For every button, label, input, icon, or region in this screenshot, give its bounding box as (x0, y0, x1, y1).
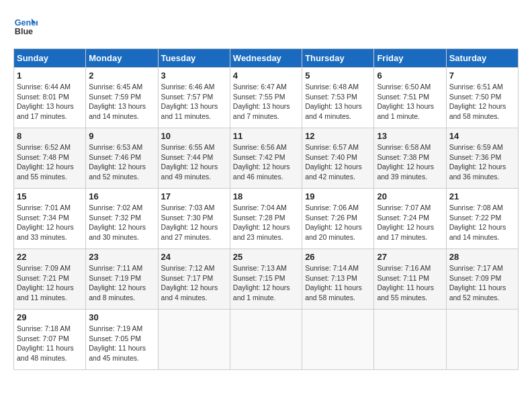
day-cell: 7Sunrise: 6:51 AMSunset: 7:50 PMDaylight… (446, 68, 518, 128)
day-header-tuesday: Tuesday (158, 49, 230, 68)
week-row-5: 29Sunrise: 7:18 AMSunset: 7:07 PMDayligh… (14, 310, 519, 370)
day-header-wednesday: Wednesday (230, 49, 302, 68)
day-cell: 12Sunrise: 6:57 AMSunset: 7:40 PMDayligh… (302, 128, 374, 189)
day-cell: 3Sunrise: 6:46 AMSunset: 7:57 PMDaylight… (158, 68, 230, 128)
week-row-1: 1Sunrise: 6:44 AMSunset: 8:01 PMDaylight… (14, 68, 519, 128)
day-cell: 30Sunrise: 7:19 AMSunset: 7:05 PMDayligh… (86, 310, 158, 370)
day-cell: 8Sunrise: 6:52 AMSunset: 7:48 PMDaylight… (14, 128, 86, 189)
day-number: 3 (161, 71, 227, 81)
day-info: Sunrise: 7:18 AMSunset: 7:07 PMDaylight:… (17, 324, 83, 363)
day-header-sunday: Sunday (14, 49, 86, 68)
page-header: General Blue (13, 13, 519, 38)
day-cell (158, 310, 230, 370)
day-info: Sunrise: 6:59 AMSunset: 7:36 PMDaylight:… (449, 142, 515, 182)
day-number: 18 (233, 191, 299, 201)
day-info: Sunrise: 6:52 AMSunset: 7:48 PMDaylight:… (17, 142, 83, 182)
day-number: 7 (449, 71, 515, 81)
day-info: Sunrise: 7:19 AMSunset: 7:05 PMDaylight:… (89, 324, 154, 363)
day-number: 30 (89, 312, 154, 322)
day-cell: 20Sunrise: 7:07 AMSunset: 7:24 PMDayligh… (374, 189, 446, 249)
day-info: Sunrise: 6:58 AMSunset: 7:38 PMDaylight:… (377, 142, 443, 182)
day-cell (446, 310, 518, 370)
day-info: Sunrise: 6:44 AMSunset: 8:01 PMDaylight:… (17, 82, 83, 122)
day-cell: 5Sunrise: 6:48 AMSunset: 7:53 PMDaylight… (302, 68, 374, 128)
day-number: 8 (17, 131, 83, 141)
day-info: Sunrise: 7:14 AMSunset: 7:13 PMDaylight:… (305, 263, 371, 303)
day-info: Sunrise: 7:12 AMSunset: 7:17 PMDaylight:… (161, 263, 227, 303)
day-number: 23 (89, 252, 154, 262)
day-cell: 9Sunrise: 6:53 AMSunset: 7:46 PMDaylight… (86, 128, 158, 189)
day-info: Sunrise: 7:01 AMSunset: 7:34 PMDaylight:… (17, 203, 83, 242)
day-info: Sunrise: 7:02 AMSunset: 7:32 PMDaylight:… (89, 203, 154, 242)
day-cell: 2Sunrise: 6:45 AMSunset: 7:59 PMDaylight… (86, 68, 158, 128)
day-number: 26 (305, 252, 371, 262)
day-number: 17 (161, 191, 227, 201)
day-info: Sunrise: 6:57 AMSunset: 7:40 PMDaylight:… (305, 142, 371, 182)
day-number: 25 (233, 252, 299, 262)
day-number: 22 (17, 252, 83, 262)
week-row-2: 8Sunrise: 6:52 AMSunset: 7:48 PMDaylight… (14, 128, 519, 189)
header-row: SundayMondayTuesdayWednesdayThursdayFrid… (14, 49, 519, 68)
day-cell: 25Sunrise: 7:13 AMSunset: 7:15 PMDayligh… (230, 249, 302, 310)
day-cell: 15Sunrise: 7:01 AMSunset: 7:34 PMDayligh… (14, 189, 86, 249)
day-cell (230, 310, 302, 370)
day-cell: 14Sunrise: 6:59 AMSunset: 7:36 PMDayligh… (446, 128, 518, 189)
day-info: Sunrise: 7:03 AMSunset: 7:30 PMDaylight:… (161, 203, 227, 242)
day-info: Sunrise: 6:47 AMSunset: 7:55 PMDaylight:… (233, 82, 299, 122)
day-header-friday: Friday (374, 49, 446, 68)
day-info: Sunrise: 7:09 AMSunset: 7:21 PMDaylight:… (17, 263, 83, 303)
logo: General Blue (13, 13, 42, 38)
day-info: Sunrise: 7:17 AMSunset: 7:09 PMDaylight:… (449, 263, 515, 303)
day-number: 28 (449, 252, 515, 262)
day-info: Sunrise: 6:55 AMSunset: 7:44 PMDaylight:… (161, 142, 227, 182)
day-number: 14 (449, 131, 515, 141)
day-number: 5 (305, 71, 371, 81)
day-cell: 13Sunrise: 6:58 AMSunset: 7:38 PMDayligh… (374, 128, 446, 189)
day-cell: 11Sunrise: 6:56 AMSunset: 7:42 PMDayligh… (230, 128, 302, 189)
day-cell: 16Sunrise: 7:02 AMSunset: 7:32 PMDayligh… (86, 189, 158, 249)
day-cell: 29Sunrise: 7:18 AMSunset: 7:07 PMDayligh… (14, 310, 86, 370)
day-cell: 18Sunrise: 7:04 AMSunset: 7:28 PMDayligh… (230, 189, 302, 249)
day-header-saturday: Saturday (446, 49, 518, 68)
day-cell: 17Sunrise: 7:03 AMSunset: 7:30 PMDayligh… (158, 189, 230, 249)
day-cell (302, 310, 374, 370)
calendar-table: SundayMondayTuesdayWednesdayThursdayFrid… (13, 48, 519, 370)
day-info: Sunrise: 6:51 AMSunset: 7:50 PMDaylight:… (449, 82, 515, 122)
day-number: 4 (233, 71, 299, 81)
day-info: Sunrise: 7:11 AMSunset: 7:19 PMDaylight:… (89, 263, 154, 303)
day-number: 20 (377, 191, 443, 201)
day-cell: 6Sunrise: 6:50 AMSunset: 7:51 PMDaylight… (374, 68, 446, 128)
day-number: 15 (17, 191, 83, 201)
day-number: 27 (377, 252, 443, 262)
day-cell: 24Sunrise: 7:12 AMSunset: 7:17 PMDayligh… (158, 249, 230, 310)
day-info: Sunrise: 7:07 AMSunset: 7:24 PMDaylight:… (377, 203, 443, 242)
day-number: 29 (17, 312, 83, 322)
day-info: Sunrise: 6:50 AMSunset: 7:51 PMDaylight:… (377, 82, 443, 122)
day-info: Sunrise: 6:53 AMSunset: 7:46 PMDaylight:… (89, 142, 154, 182)
day-number: 10 (161, 131, 227, 141)
day-number: 12 (305, 131, 371, 141)
day-cell: 10Sunrise: 6:55 AMSunset: 7:44 PMDayligh… (158, 128, 230, 189)
day-cell: 4Sunrise: 6:47 AMSunset: 7:55 PMDaylight… (230, 68, 302, 128)
logo-icon: General Blue (13, 13, 38, 38)
day-cell: 21Sunrise: 7:08 AMSunset: 7:22 PMDayligh… (446, 189, 518, 249)
day-info: Sunrise: 7:16 AMSunset: 7:11 PMDaylight:… (377, 263, 443, 303)
day-info: Sunrise: 6:56 AMSunset: 7:42 PMDaylight:… (233, 142, 299, 182)
svg-text:Blue: Blue (15, 27, 33, 36)
day-info: Sunrise: 7:04 AMSunset: 7:28 PMDaylight:… (233, 203, 299, 242)
day-number: 16 (89, 191, 154, 201)
day-header-monday: Monday (86, 49, 158, 68)
day-number: 9 (89, 131, 154, 141)
day-number: 13 (377, 131, 443, 141)
day-cell: 28Sunrise: 7:17 AMSunset: 7:09 PMDayligh… (446, 249, 518, 310)
day-cell: 1Sunrise: 6:44 AMSunset: 8:01 PMDaylight… (14, 68, 86, 128)
day-number: 1 (17, 71, 83, 81)
day-cell: 26Sunrise: 7:14 AMSunset: 7:13 PMDayligh… (302, 249, 374, 310)
day-cell: 22Sunrise: 7:09 AMSunset: 7:21 PMDayligh… (14, 249, 86, 310)
week-row-4: 22Sunrise: 7:09 AMSunset: 7:21 PMDayligh… (14, 249, 519, 310)
day-number: 6 (377, 71, 443, 81)
day-cell (374, 310, 446, 370)
day-info: Sunrise: 7:08 AMSunset: 7:22 PMDaylight:… (449, 203, 515, 242)
day-cell: 23Sunrise: 7:11 AMSunset: 7:19 PMDayligh… (86, 249, 158, 310)
day-number: 21 (449, 191, 515, 201)
